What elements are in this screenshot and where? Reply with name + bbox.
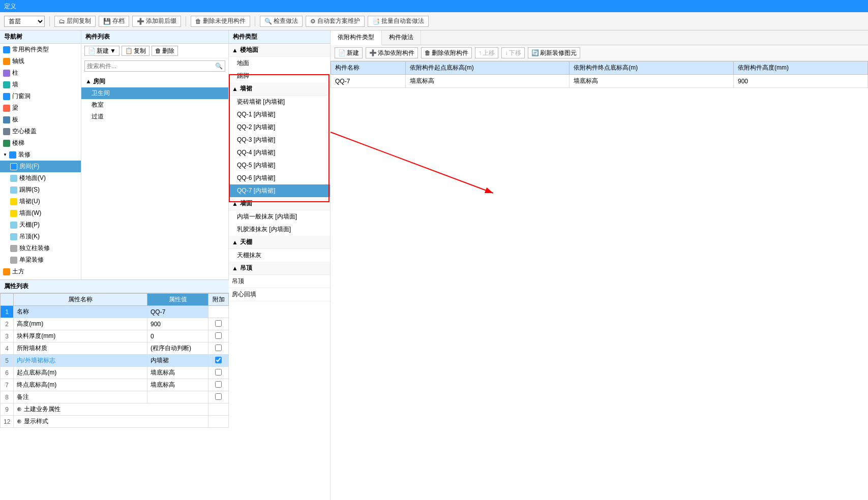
ceiling-icon: [10, 222, 17, 229]
sidebar-item-column[interactable]: 柱: [0, 67, 81, 79]
move-down-button[interactable]: ↓ 下移: [501, 47, 525, 58]
ct-section-col-decor[interactable]: 吊顶: [229, 275, 330, 288]
table-row: 12 ⊕ 显示样式: [1, 416, 229, 428]
save-button[interactable]: 💾 存档: [99, 16, 129, 27]
prop-extra-6[interactable]: [208, 367, 229, 379]
prop-row-num-5: 5: [1, 355, 14, 367]
table-row: 3 块料厚度(mm) 0: [1, 330, 229, 342]
prop-extra-9: [208, 403, 229, 416]
component-type-panel: 构件类型 ▲ 楼地面 地面 踢脚 ▲ 墙裙 瓷砖墙裙 [内墙裙] QQ-1 [内…: [229, 30, 331, 500]
check-method-button[interactable]: 🔍 检查做法: [260, 16, 303, 27]
sidebar-item-decor[interactable]: ▼ 装修: [0, 149, 81, 161]
prop-checkbox-5[interactable]: [215, 357, 222, 363]
add-prefix-button[interactable]: ➕ 添加前后缀: [132, 16, 181, 27]
add-prefix-icon: ➕: [137, 18, 144, 25]
auto-maintain-button[interactable]: ⚙ 自动套方案维护: [306, 16, 365, 27]
list-item-bathroom[interactable]: 卫生间: [81, 87, 228, 99]
sidebar-item-room[interactable]: 房间(F): [0, 161, 81, 172]
sidebar-item-plate[interactable]: 板: [0, 114, 81, 126]
ct-item-qq7[interactable]: QQ-7 [内墙裙]: [229, 184, 330, 197]
add-dependent-button[interactable]: ➕ 添加依附构件: [366, 47, 418, 58]
properties-table: 属性名称 属性值 附加 1 名称 QQ-7 2 高度(mm): [0, 293, 229, 428]
col-comp-height: 依附构件高度(mm): [734, 61, 868, 75]
copy-component-button[interactable]: 📋 复制: [122, 46, 149, 56]
prop-row-num-6: 6: [1, 367, 14, 379]
delete-unused-button[interactable]: 🗑 删除未使用构件: [191, 16, 250, 27]
ct-item-ceiling-plaster[interactable]: 天棚抹灰: [229, 249, 330, 262]
sidebar-item-drop-ceil[interactable]: 吊顶(K): [0, 231, 81, 242]
room-section-header[interactable]: ▲ 房间: [81, 76, 228, 87]
sidebar-item-ceiling[interactable]: 天棚(P): [0, 219, 81, 231]
prop-checkbox-2[interactable]: [215, 320, 222, 327]
prop-col-value: 属性值: [147, 294, 208, 306]
prop-extra-8[interactable]: [208, 391, 229, 403]
prop-row-num-4: 4: [1, 342, 14, 355]
prop-checkbox-7[interactable]: [215, 381, 222, 388]
sidebar-item-wainscot[interactable]: 墙裙(U): [0, 196, 81, 207]
dep-new-button[interactable]: 📄 新建: [335, 47, 363, 58]
ct-item-tile-wainscot[interactable]: 瓷砖墙裙 [内墙裙]: [229, 96, 330, 108]
component-list-panel: 构件列表 📄 新建 ▼ 📋 复制 🗑 删除: [81, 30, 229, 279]
component-list-header: 构件列表: [81, 30, 228, 44]
delete-dependent-button[interactable]: 🗑 删除依附构件: [421, 47, 472, 58]
prop-checkbox-6[interactable]: [215, 369, 222, 376]
batch-auto-button[interactable]: 📑 批量自动套做法: [368, 16, 429, 27]
sidebar-item-beam[interactable]: 梁: [0, 102, 81, 114]
ct-section-wall-face[interactable]: ▲ 墙面: [229, 197, 330, 210]
tab-method[interactable]: 构件做法: [382, 30, 421, 45]
ct-item-latex-plaster[interactable]: 乳胶漆抹灰 [内墙面]: [229, 223, 330, 236]
ct-section-room-fill[interactable]: 房心回填: [229, 288, 330, 301]
list-item-classroom[interactable]: 教室: [81, 99, 228, 111]
cell-comp-height-val: 900: [734, 75, 868, 88]
wall-icon: [3, 81, 10, 88]
stair-icon: [3, 140, 10, 147]
layer-copy-button[interactable]: 🗂 层间复制: [54, 16, 96, 27]
sidebar-item-common[interactable]: 常用构件类型: [0, 44, 81, 55]
ct-item-qq3[interactable]: QQ-3 [内墙裙]: [229, 134, 330, 146]
ct-item-qq1[interactable]: QQ-1 [内墙裙]: [229, 108, 330, 121]
prop-checkbox-4[interactable]: [215, 345, 222, 351]
prop-extra-3[interactable]: [208, 330, 229, 342]
toolbar: 首层 🗂 层间复制 💾 存档 ➕ 添加前后缀 🗑 删除未使用构件 🔍 检查做法 …: [0, 12, 868, 30]
prop-checkbox-8[interactable]: [215, 393, 222, 400]
sidebar-item-beam-decor[interactable]: 单梁装修: [0, 254, 81, 266]
ct-section-ceiling[interactable]: ▲ 天棚: [229, 236, 330, 249]
ct-section-drop-ceil[interactable]: ▲ 吊顶: [229, 262, 330, 275]
move-up-button[interactable]: ↑ 上移: [475, 47, 498, 58]
sidebar-item-axis[interactable]: 轴线: [0, 55, 81, 67]
data-table-container: 构件名称 依附构件起点底标高(m) 依附构件终点底标高(m) 依附构件高度(mm…: [331, 61, 868, 500]
prop-extra-4[interactable]: [208, 342, 229, 355]
ct-item-baseboard[interactable]: 踢脚: [229, 70, 330, 82]
sidebar-item-stair[interactable]: 楼梯: [0, 137, 81, 149]
search-icon[interactable]: 🔍: [213, 63, 225, 70]
sidebar-item-door[interactable]: 门窗洞: [0, 90, 81, 102]
ct-item-qq2[interactable]: QQ-2 [内墙裙]: [229, 121, 330, 134]
sidebar-item-col-decor[interactable]: 独立柱装修: [0, 242, 81, 254]
ct-item-qq5[interactable]: QQ-5 [内墙裙]: [229, 159, 330, 172]
prop-extra-2[interactable]: [208, 318, 229, 330]
sidebar-item-earth[interactable]: 土方: [0, 266, 81, 277]
ct-section-wainscot[interactable]: ▲ 墙裙: [229, 82, 330, 96]
sidebar-item-floor-face[interactable]: 楼地面(V): [0, 172, 81, 184]
new-component-button[interactable]: 📄 新建 ▼: [84, 46, 119, 56]
prop-extra-5[interactable]: [208, 355, 229, 367]
ct-item-qq6[interactable]: QQ-6 [内墙裙]: [229, 172, 330, 184]
list-item-hallway[interactable]: 过道: [81, 111, 228, 122]
tab-dependent-type[interactable]: 依附构件类型: [331, 30, 382, 45]
ct-item-qq4[interactable]: QQ-4 [内墙裙]: [229, 146, 330, 159]
ct-item-ground[interactable]: 地面: [229, 57, 330, 70]
sidebar-item-wall[interactable]: 墙: [0, 79, 81, 90]
prop-extra-7[interactable]: [208, 379, 229, 391]
beam-decor-icon: [10, 257, 17, 264]
ct-section-floor[interactable]: ▲ 楼地面: [229, 44, 330, 57]
ct-item-interior-plaster[interactable]: 内墙一般抹灰 [内墙面]: [229, 210, 330, 223]
search-input[interactable]: [85, 63, 213, 70]
sidebar-item-baseboard[interactable]: 踢脚(S): [0, 184, 81, 196]
delete-component-button[interactable]: 🗑 删除: [152, 46, 178, 56]
floor-select[interactable]: 首层: [4, 16, 45, 27]
auto-icon: ⚙: [310, 18, 316, 25]
sidebar-item-wall-face[interactable]: 墙面(W): [0, 207, 81, 219]
sidebar-item-hollow[interactable]: 空心楼盖: [0, 126, 81, 137]
prop-checkbox-3[interactable]: [215, 332, 222, 339]
refresh-button[interactable]: 🔄 刷新装修图元: [528, 47, 580, 58]
